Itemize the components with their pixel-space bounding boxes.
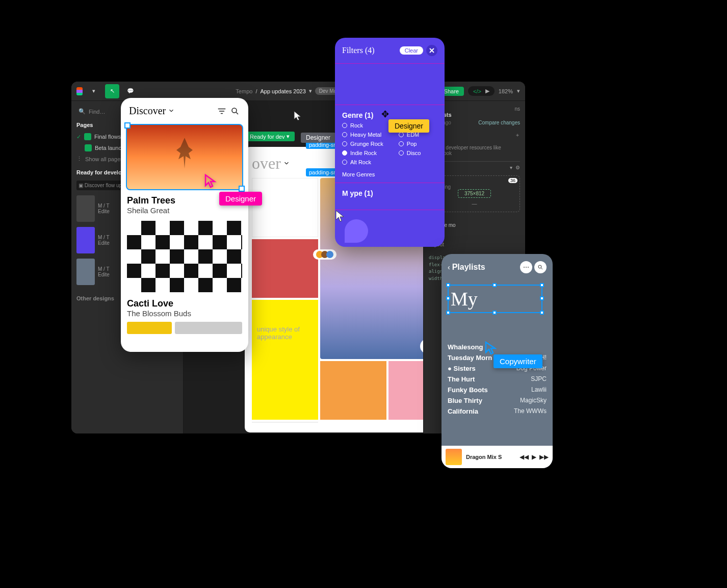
filters-title: Filters (4): [342, 46, 375, 55]
zoom-level[interactable]: 182%: [499, 88, 513, 94]
now-playing-title: Dragon Mix S: [466, 454, 515, 460]
genre-option[interactable]: Indie Rock: [342, 150, 383, 156]
genre-option[interactable]: Disco: [399, 150, 429, 156]
mood-title: over: [252, 154, 281, 173]
grid-cell: [252, 422, 318, 423]
svg-point-1: [538, 265, 541, 268]
collaborator-tag-designer: Designer: [388, 119, 429, 133]
genre-option[interactable]: Alt Rock: [342, 159, 383, 165]
prev-button[interactable]: ◀◀: [520, 453, 529, 461]
back-button[interactable]: ‹: [448, 263, 450, 271]
next-button[interactable]: ▶▶: [539, 453, 549, 461]
tree-silhouette-icon: [174, 138, 195, 168]
grid-cell: [252, 178, 318, 237]
grid-cell: [320, 361, 386, 420]
checker-art: [127, 221, 242, 292]
song-title: Cacti Love: [121, 294, 248, 309]
genre-option[interactable]: Heavy Metal: [342, 132, 383, 138]
collaborator-tag-copywriter: Copywriter: [494, 354, 542, 368]
genre-option[interactable]: Rock: [342, 122, 383, 129]
radio-icon: [342, 160, 347, 165]
track-list: WhalesongTuesday MornOHYEAH!SistersDog P…: [442, 340, 553, 419]
radio-icon: [342, 132, 347, 137]
chevron-down-icon[interactable]: [283, 160, 290, 168]
search-icon[interactable]: [230, 106, 240, 116]
collaborator-tag: Designer: [301, 133, 335, 143]
avatars-chip[interactable]: [313, 249, 336, 260]
filter-icon[interactable]: [217, 106, 227, 116]
album-art-selected[interactable]: [126, 124, 243, 190]
more-button[interactable]: ⋯: [520, 261, 532, 273]
frame-thumb-icon: [76, 195, 95, 222]
grid-cell: [388, 361, 423, 420]
search-icon: 🔍: [79, 108, 86, 115]
track-title: The Hurt: [448, 375, 475, 383]
clear-button[interactable]: Clear: [400, 46, 423, 55]
track-row[interactable]: Whalesong: [448, 342, 547, 352]
radio-icon: [399, 132, 404, 137]
track-artist: The WWWs: [514, 407, 547, 415]
radio-icon: [342, 123, 347, 128]
preview-tile: [127, 322, 172, 334]
chevron-down-icon[interactable]: ▾: [87, 84, 101, 98]
track-artist: Lawlii: [531, 386, 547, 394]
chevron-down-icon[interactable]: ▾: [309, 88, 312, 94]
media-type-section-title[interactable]: M ype (1): [335, 183, 445, 200]
cursor-icon: [204, 173, 217, 191]
playlists-title: Playlists: [452, 263, 518, 272]
collaborator-tag-designer: Designer: [219, 192, 262, 206]
track-artist: MagicSky: [520, 397, 547, 404]
discover-title[interactable]: Discover: [129, 105, 214, 117]
now-playing-bar: Dragon Mix S ◀◀ ▶ ▶▶: [442, 446, 553, 468]
cursor-icon: [334, 209, 346, 224]
play-icon[interactable]: ▶: [485, 88, 489, 94]
discover-card: Discover Palm Trees Sheila Great Cacti L…: [121, 98, 248, 352]
review-chip[interactable]: 10k+ Review ★★★★★ (5.0): [420, 339, 423, 354]
track-title: Whalesong: [448, 343, 483, 351]
track-row[interactable]: Funky BootsLawlii: [448, 385, 547, 395]
more-genres-link[interactable]: More Genres: [335, 168, 445, 183]
track-title: Blue Thirty: [448, 397, 482, 404]
preview-tile: [175, 322, 242, 334]
close-button[interactable]: [426, 45, 437, 56]
track-title: Funky Boots: [448, 386, 488, 394]
track-title: Sisters: [448, 365, 476, 372]
genre-option[interactable]: Pop: [399, 141, 429, 147]
track-row[interactable]: The HurtSJPC: [448, 374, 547, 385]
track-title: California: [448, 407, 478, 415]
dimensions-chip: 375×812: [458, 189, 491, 198]
radio-icon: [399, 141, 404, 146]
figma-logo-icon[interactable]: [76, 87, 83, 95]
track-row[interactable]: Blue ThirtyMagicSky: [448, 395, 547, 406]
purple-comment-icon[interactable]: [345, 219, 368, 243]
preview-group: </> ▶: [468, 86, 495, 96]
search-button[interactable]: [534, 261, 547, 273]
genre-option[interactable]: Grunge Rock: [342, 141, 383, 147]
project-name: Tempo: [236, 88, 252, 94]
play-button[interactable]: ▶: [532, 453, 536, 461]
code-icon[interactable]: </>: [473, 88, 481, 94]
radio-icon: [342, 150, 347, 156]
song-artist: The Blossom Buds: [121, 309, 248, 322]
now-playing-art-icon: [446, 449, 462, 465]
size-chip: 36: [508, 178, 517, 183]
file-name: App updates 2023: [260, 88, 305, 94]
track-artist: SJPC: [531, 375, 547, 383]
chevron-down-icon[interactable]: [168, 105, 175, 117]
check-icon: ✓: [76, 134, 81, 140]
move-cursor-icon: ✥: [381, 109, 389, 120]
grid-cell: [252, 239, 318, 298]
song-artist: Sheila Great: [121, 206, 248, 219]
track-row[interactable]: CaliforniaThe WWWs: [448, 406, 547, 417]
avatar-icon: [326, 251, 333, 258]
compare-link[interactable]: Compare changes: [478, 120, 520, 125]
cursor-icon: [293, 110, 302, 123]
filters-card: Filters (4) Clear Genre (1) RockHeavy Me…: [335, 38, 445, 247]
chevron-down-icon: ▾: [287, 133, 290, 140]
yellow-text-cell: unique style of appearance: [252, 300, 318, 420]
playlist-name-editing[interactable]: My: [448, 285, 542, 313]
svg-point-0: [232, 108, 237, 113]
move-tool-button[interactable]: ↖: [105, 84, 119, 98]
comment-tool-button[interactable]: 💬: [123, 84, 138, 98]
chevron-down-icon[interactable]: ▾: [517, 88, 520, 94]
